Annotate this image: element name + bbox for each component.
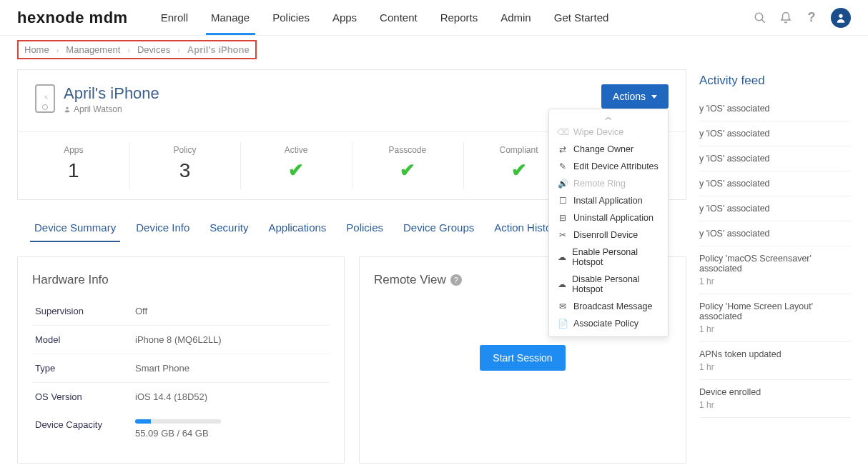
topnav-tab-manage[interactable]: Manage	[199, 0, 261, 35]
feed-item: Policy 'macOS Screensaver' associated1 h…	[699, 246, 851, 294]
avatar[interactable]	[831, 8, 851, 28]
top-nav-tabs: EnrollManagePoliciesAppsContentReportsAd…	[149, 0, 621, 35]
stat-label: Passcode	[352, 145, 463, 155]
stat-policy: Policy3	[129, 132, 241, 199]
topnav-tab-apps[interactable]: Apps	[321, 0, 368, 35]
action-label: Edit Device Attributes	[573, 161, 659, 171]
svg-point-3	[66, 107, 68, 109]
feed-item: y 'iOS' associated	[699, 171, 851, 196]
action-label: Uninstall Application	[573, 213, 654, 223]
action-icon: ☁	[558, 252, 566, 262]
action-enable-personal-hotspot[interactable]: ☁Enable Personal Hotspot	[549, 244, 668, 271]
topnav-tab-policies[interactable]: Policies	[261, 0, 321, 35]
breadcrumb-item[interactable]: Devices	[137, 44, 170, 55]
breadcrumb-item[interactable]: Management	[66, 44, 120, 55]
breadcrumb-item[interactable]: Home	[24, 44, 49, 55]
feed-text: APNs token updated	[699, 349, 851, 359]
feed-item: y 'iOS' associated	[699, 96, 851, 121]
hardware-key: Model	[35, 334, 135, 345]
svg-line-1	[761, 19, 765, 23]
stat-passcode: Passcode✔	[352, 132, 463, 199]
action-edit-device-attributes[interactable]: ✎Edit Device Attributes	[549, 158, 668, 175]
svg-point-2	[839, 14, 842, 17]
action-icon: ⇄	[558, 144, 568, 154]
action-disenroll-device[interactable]: ✂Disenroll Device	[549, 226, 668, 244]
feed-text: y 'iOS' associated	[699, 129, 851, 139]
stat-label: Apps	[18, 145, 129, 155]
action-broadcast-message[interactable]: ✉Broadcast Message	[549, 298, 668, 315]
action-disable-personal-hotspot[interactable]: ☁Disable Personal Hotspot	[549, 271, 668, 298]
subtab-device-groups[interactable]: Device Groups	[393, 216, 484, 242]
topnav-tab-admin[interactable]: Admin	[489, 0, 543, 35]
subtab-applications[interactable]: Applications	[258, 216, 336, 242]
hardware-row: ModeliPhone 8 (MQ6L2LL)	[32, 326, 330, 354]
hardware-key: Supervision	[35, 306, 135, 316]
stat-label: Active	[240, 145, 352, 155]
hardware-row-capacity: Device Capacity 55.09 GB / 64 GB	[32, 411, 330, 447]
feed-text: y 'iOS' associated	[699, 229, 851, 239]
feed-text: Policy 'macOS Screensaver' associated	[699, 254, 851, 274]
action-label: Remote Ring	[573, 179, 626, 189]
topnav-tab-content[interactable]: Content	[368, 0, 429, 35]
action-label: Associate Policy	[573, 319, 638, 329]
subtab-security[interactable]: Security	[199, 216, 258, 242]
breadcrumb-item: April's iPhone	[187, 44, 250, 55]
subtab-device-info[interactable]: Device Info	[126, 216, 199, 242]
activity-feed: Activity feed y 'iOS' associatedy 'iOS' …	[699, 69, 851, 418]
feed-text: y 'iOS' associated	[699, 104, 851, 114]
topnav-tab-enroll[interactable]: Enroll	[149, 0, 199, 35]
stat-value: 3	[129, 159, 241, 182]
hardware-value: Off	[135, 306, 147, 316]
breadcrumb: Home›Management›Devices›April's iPhone	[17, 40, 257, 59]
actions-dropdown: ⌫Wipe Device⇄Change Owner✎Edit Device At…	[548, 109, 669, 337]
action-uninstall-application[interactable]: ⊟Uninstall Application	[549, 209, 668, 226]
hardware-row: TypeSmart Phone	[32, 354, 330, 383]
topnav-tab-get-started[interactable]: Get Started	[543, 0, 621, 35]
feed-text: y 'iOS' associated	[699, 179, 851, 189]
hardware-key: Device Capacity	[35, 419, 135, 439]
capacity-bar	[135, 419, 221, 424]
device-card: April's iPhone April Watson Actions ⌫Wip…	[17, 69, 686, 200]
feed-time: 1 hr	[699, 276, 851, 286]
action-set-friendly-name[interactable]: ✎Set Friendly Name	[549, 332, 668, 334]
hardware-value: Smart Phone	[135, 363, 189, 374]
caret-down-icon	[651, 95, 657, 99]
feed-time: 1 hr	[699, 400, 851, 410]
hardware-row: SupervisionOff	[32, 297, 330, 326]
action-label: Disable Personal Hotspot	[572, 274, 659, 294]
help-tooltip-icon[interactable]: ?	[450, 274, 462, 286]
chevron-right-icon: ›	[56, 46, 59, 54]
start-session-button[interactable]: Start Session	[480, 345, 565, 371]
top-nav-icons: ?	[754, 8, 851, 28]
feed-item: APNs token updated1 hr	[699, 342, 851, 380]
stat-value: 1	[18, 159, 129, 182]
bell-icon[interactable]	[779, 11, 792, 24]
search-icon[interactable]	[754, 11, 766, 24]
action-icon: ⊟	[558, 213, 568, 223]
action-associate-policy[interactable]: 📄Associate Policy	[549, 315, 668, 332]
chevron-right-icon: ›	[177, 46, 180, 54]
action-label: Install Application	[573, 196, 643, 206]
chevron-right-icon: ›	[127, 46, 130, 54]
action-label: Wipe Device	[573, 127, 623, 137]
action-install-application[interactable]: ☐Install Application	[549, 192, 668, 209]
brand-logo: hexnode mdm	[17, 9, 128, 27]
action-change-owner[interactable]: ⇄Change Owner	[549, 141, 668, 158]
subtab-device-summary[interactable]: Device Summary	[24, 216, 126, 242]
feed-item: y 'iOS' associated	[699, 121, 851, 146]
action-icon: ✂	[558, 230, 568, 240]
action-icon: 📄	[558, 319, 568, 329]
feed-text: Policy 'Home Screen Layout' associated	[699, 301, 851, 321]
help-icon[interactable]: ?	[805, 11, 818, 24]
activity-feed-title: Activity feed	[699, 69, 851, 96]
feed-text: Device enrolled	[699, 387, 851, 397]
subtab-policies[interactable]: Policies	[336, 216, 393, 242]
action-label: Broadcast Message	[573, 301, 652, 311]
feed-item: Device enrolled1 hr	[699, 380, 851, 418]
actions-button[interactable]: Actions	[601, 84, 669, 109]
action-icon: ☐	[558, 196, 568, 206]
topnav-tab-reports[interactable]: Reports	[429, 0, 490, 35]
hardware-info-title: Hardware Info	[32, 273, 330, 287]
svg-point-0	[755, 13, 763, 21]
stat-apps: Apps1	[18, 132, 129, 199]
